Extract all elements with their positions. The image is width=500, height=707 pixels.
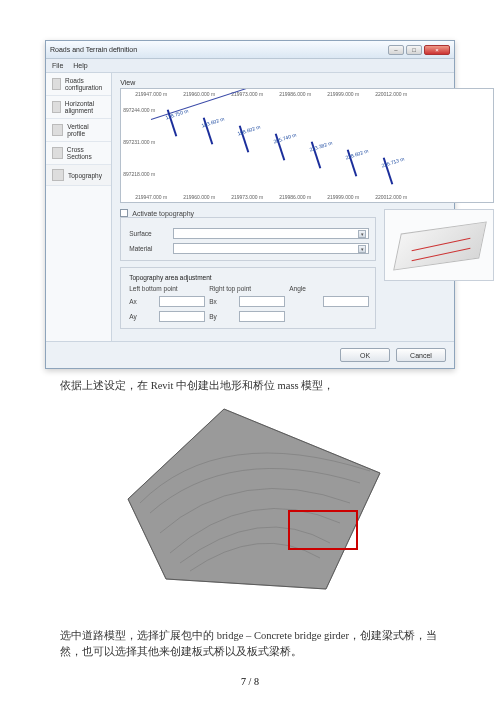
axis-bottom-5: 220012.000 m <box>375 194 407 200</box>
menubar: File Help <box>46 59 454 73</box>
surface-group: Surface▾ Material▾ <box>120 217 376 261</box>
svg-marker-0 <box>128 409 380 589</box>
axis-left-1: 897231.000 m <box>123 139 155 145</box>
maximize-button[interactable]: □ <box>406 45 422 55</box>
titlebar: Roads and Terrain definition – □ × <box>46 41 454 59</box>
material-label: Material <box>129 245 167 252</box>
ay-input[interactable] <box>159 311 205 322</box>
caption-2: 选中道路模型，选择扩展包中的 bridge – Concrete bridge … <box>60 628 440 660</box>
nav-icon <box>52 147 63 159</box>
axis-top-1: 219960.000 m <box>183 91 215 97</box>
plan-viewport[interactable]: 219947.000 m 219960.000 m 219973.000 m 2… <box>120 88 494 203</box>
surface-label: Surface <box>129 230 167 237</box>
nav-cross-sections[interactable]: Cross Sections <box>46 142 111 165</box>
menu-file[interactable]: File <box>52 62 63 69</box>
nav-icon <box>52 124 63 136</box>
dialog-window: Roads and Terrain definition – □ × File … <box>45 40 455 369</box>
nav-horizontal-alignment[interactable]: Horizontal alignment <box>46 96 111 119</box>
rt-header: Right top point <box>209 285 285 292</box>
nav-icon <box>52 169 64 181</box>
surface-combo[interactable]: ▾ <box>173 228 369 239</box>
minimize-button[interactable]: – <box>388 45 404 55</box>
axis-bottom-2: 219973.000 m <box>231 194 263 200</box>
axis-bottom-4: 219999.000 m <box>327 194 359 200</box>
slab-shape <box>393 221 487 270</box>
angle-header: Angle <box>289 285 369 292</box>
checkbox-icon <box>120 209 128 217</box>
chevron-down-icon: ▾ <box>358 230 366 238</box>
view-label: View <box>120 79 494 88</box>
page-number: 7 / 8 <box>0 676 500 687</box>
ok-button[interactable]: OK <box>340 348 390 362</box>
nav-vertical-profile[interactable]: Vertical profile <box>46 119 111 142</box>
close-button[interactable]: × <box>424 45 450 55</box>
caption-1: 依据上述设定，在 Revit 中创建出地形和桥位 mass 模型， <box>60 379 470 393</box>
preview-3d <box>384 209 494 281</box>
adjustment-group: Topography area adjustment Left bottom p… <box>120 267 376 329</box>
axis-left-0: 897244.000 m <box>123 107 155 113</box>
group-title: Topography area adjustment <box>129 274 369 281</box>
nav-icon <box>52 101 61 113</box>
button-bar: OK Cancel <box>46 341 454 368</box>
chevron-down-icon: ▾ <box>358 245 366 253</box>
material-combo[interactable]: ▾ <box>173 243 369 254</box>
left-nav: Roads configuration Horizontal alignment… <box>46 73 112 341</box>
activate-topography-check[interactable]: Activate topography <box>120 209 376 217</box>
highlight-box <box>288 510 358 550</box>
by-input[interactable] <box>239 311 285 322</box>
cancel-button[interactable]: Cancel <box>396 348 446 362</box>
axis-bottom-0: 219947.000 m <box>135 194 167 200</box>
axis-left-2: 897218.000 m <box>123 171 155 177</box>
menu-help[interactable]: Help <box>73 62 87 69</box>
axis-bottom-3: 219986.000 m <box>279 194 311 200</box>
axis-bottom-1: 219960.000 m <box>183 194 215 200</box>
terrain-render <box>110 403 390 608</box>
bx-input[interactable] <box>239 296 285 307</box>
angle-input[interactable] <box>323 296 369 307</box>
window-title: Roads and Terrain definition <box>50 46 388 53</box>
axis-top-4: 219999.000 m <box>327 91 359 97</box>
axis-top-0: 219947.000 m <box>135 91 167 97</box>
nav-roads-config[interactable]: Roads configuration <box>46 73 111 96</box>
lb-header: Left bottom point <box>129 285 205 292</box>
nav-topography[interactable]: Topography <box>46 165 111 186</box>
ax-input[interactable] <box>159 296 205 307</box>
axis-top-5: 220012.000 m <box>375 91 407 97</box>
axis-top-3: 219986.000 m <box>279 91 311 97</box>
nav-icon <box>52 78 61 90</box>
